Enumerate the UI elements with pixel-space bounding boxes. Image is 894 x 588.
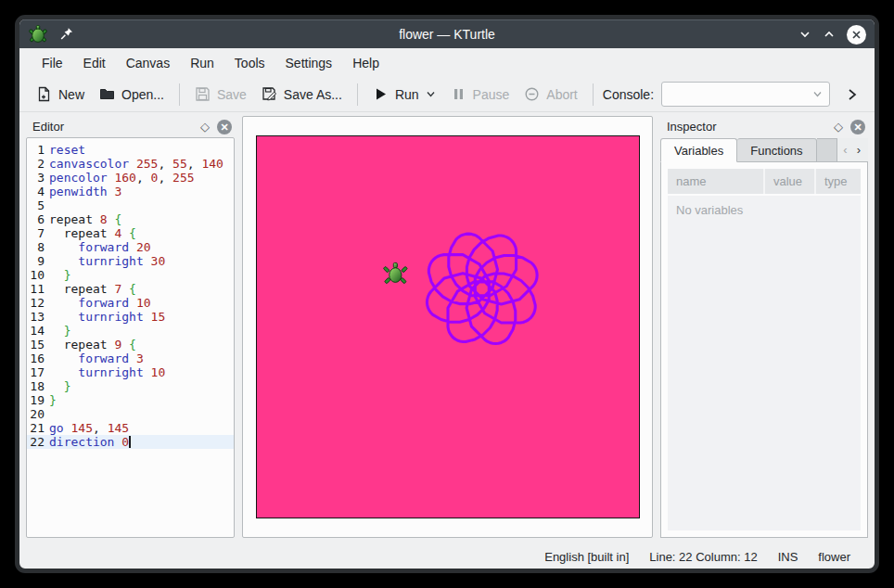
- editor-dock-close-button[interactable]: ✕: [217, 120, 232, 134]
- code-line-6[interactable]: 6repeat 8 {: [27, 212, 234, 226]
- code-line-22[interactable]: 22direction 0: [27, 435, 234, 449]
- code-text: reset: [49, 143, 85, 157]
- code-line-8[interactable]: 8 forward 20: [27, 240, 234, 254]
- toolbar-overflow-button[interactable]: [843, 83, 862, 106]
- save-button-label: Save: [217, 87, 247, 102]
- window-title: flower — KTurtle: [19, 27, 875, 42]
- code-line-1[interactable]: 1reset: [27, 143, 234, 157]
- line-number: 20: [27, 407, 49, 421]
- code-text: repeat 7 {: [49, 282, 136, 296]
- code-text: forward 3: [49, 352, 144, 365]
- float-dock-icon[interactable]: ◇: [200, 121, 210, 133]
- save-icon: [195, 86, 211, 102]
- code-line-21[interactable]: 21go 145, 145: [27, 421, 234, 435]
- inspector-dock-close-button[interactable]: ✕: [850, 120, 865, 134]
- run-button-label: Run: [395, 87, 419, 102]
- code-line-13[interactable]: 13 turnright 15: [27, 310, 234, 324]
- code-text: turnright 30: [49, 254, 165, 268]
- code-line-9[interactable]: 9 turnright 30: [27, 254, 234, 268]
- line-number: 2: [27, 157, 49, 171]
- maximize-button[interactable]: [823, 28, 836, 41]
- line-number: 12: [27, 296, 49, 310]
- menu-item-canvas[interactable]: Canvas: [116, 52, 180, 74]
- code-line-2[interactable]: 2canvascolor 255, 55, 140: [27, 157, 234, 171]
- column-name[interactable]: name: [668, 169, 763, 194]
- inspector-dock-title: Inspector: [667, 120, 716, 134]
- code-text: canvascolor 255, 55, 140: [49, 157, 224, 171]
- toolbar-separator: [593, 83, 594, 106]
- code-line-19[interactable]: 19}: [27, 393, 234, 407]
- abort-button[interactable]: Abort: [517, 82, 584, 107]
- tab-scroll-right-icon[interactable]: ›: [857, 143, 861, 157]
- variables-table-header: name value type: [668, 169, 861, 194]
- pin-icon[interactable]: [59, 27, 74, 42]
- line-number: 18: [27, 379, 49, 393]
- minimize-button[interactable]: [798, 28, 811, 41]
- code-line-15[interactable]: 15 repeat 9 {: [27, 338, 234, 352]
- pause-icon: [451, 86, 466, 102]
- save-as-button[interactable]: Save As...: [254, 82, 350, 107]
- tab-scroll-left-icon[interactable]: ‹: [843, 143, 847, 157]
- float-dock-icon[interactable]: ◇: [834, 121, 843, 133]
- menu-item-file[interactable]: File: [32, 52, 73, 74]
- code-line-14[interactable]: 14 }: [27, 324, 234, 338]
- toolbar-separator: [357, 83, 358, 106]
- code-text: turnright 10: [49, 365, 165, 379]
- menu-item-tools[interactable]: Tools: [224, 52, 275, 74]
- line-number: 10: [27, 268, 49, 282]
- code-line-4[interactable]: 4penwidth 3: [27, 185, 234, 198]
- line-number: 1: [27, 143, 49, 157]
- pause-button[interactable]: Pause: [443, 82, 517, 107]
- inspector-tabbar: Variables Functions ‹ ›: [660, 137, 868, 162]
- abort-icon: [524, 86, 540, 102]
- save-as-icon: [262, 86, 277, 102]
- chevron-right-icon: [847, 88, 858, 101]
- line-number: 9: [27, 254, 49, 268]
- menu-item-help[interactable]: Help: [342, 52, 390, 74]
- line-number: 15: [27, 338, 49, 352]
- line-number: 17: [27, 365, 49, 379]
- code-line-5[interactable]: 5: [27, 198, 234, 212]
- menu-item-settings[interactable]: Settings: [275, 52, 343, 74]
- code-editor[interactable]: 1reset2canvascolor 255, 55, 1403pencolor…: [26, 137, 235, 538]
- turtle-canvas[interactable]: [256, 135, 640, 518]
- new-button[interactable]: New: [29, 82, 92, 107]
- menu-item-edit[interactable]: Edit: [73, 52, 116, 74]
- code-line-18[interactable]: 18 }: [27, 379, 234, 393]
- code-line-10[interactable]: 10 }: [27, 268, 234, 282]
- status-cursor-position: Line: 22 Column: 12: [649, 550, 757, 564]
- code-line-16[interactable]: 16 forward 3: [27, 352, 234, 365]
- run-button[interactable]: Run: [365, 82, 443, 107]
- run-play-icon: [373, 86, 389, 102]
- save-button[interactable]: Save: [187, 82, 254, 107]
- tab-variables[interactable]: Variables: [660, 138, 737, 162]
- tab-functions[interactable]: Functions: [737, 138, 816, 162]
- code-line-7[interactable]: 7 repeat 4 {: [27, 226, 234, 240]
- kturtle-app-icon: [28, 24, 48, 45]
- code-text: forward 20: [49, 240, 151, 254]
- code-line-20[interactable]: 20: [27, 407, 234, 421]
- code-text: forward 10: [49, 296, 151, 310]
- code-text: go 145, 145: [49, 421, 129, 435]
- run-dropdown-icon[interactable]: [426, 89, 436, 99]
- code-text: }: [49, 379, 70, 393]
- code-text: }: [49, 393, 57, 407]
- status-input-mode: INS: [778, 550, 798, 564]
- editor-dock-title: Editor: [32, 120, 64, 134]
- code-line-11[interactable]: 11 repeat 7 {: [27, 282, 234, 296]
- code-line-17[interactable]: 17 turnright 10: [27, 365, 234, 379]
- close-button[interactable]: [847, 25, 866, 45]
- column-type[interactable]: type: [814, 169, 861, 194]
- code-line-12[interactable]: 12 forward 10: [27, 296, 234, 310]
- kturtle-window: flower — KTurtle FileEditCanvasRunToolsS…: [15, 15, 879, 573]
- open-button[interactable]: Open...: [92, 82, 172, 107]
- menu-item-run[interactable]: Run: [180, 52, 224, 74]
- titlebar: flower — KTurtle: [19, 19, 875, 48]
- column-value[interactable]: value: [763, 169, 814, 194]
- open-folder-icon: [99, 86, 115, 102]
- inspector-dock: Inspector ◇ ✕ Variables Functions ‹ › n: [660, 116, 868, 538]
- code-line-3[interactable]: 3pencolor 160, 0, 255: [27, 171, 234, 185]
- tab-scroll-buttons: ‹ ›: [837, 138, 868, 162]
- line-number: 3: [27, 171, 49, 185]
- console-combobox[interactable]: [661, 82, 830, 107]
